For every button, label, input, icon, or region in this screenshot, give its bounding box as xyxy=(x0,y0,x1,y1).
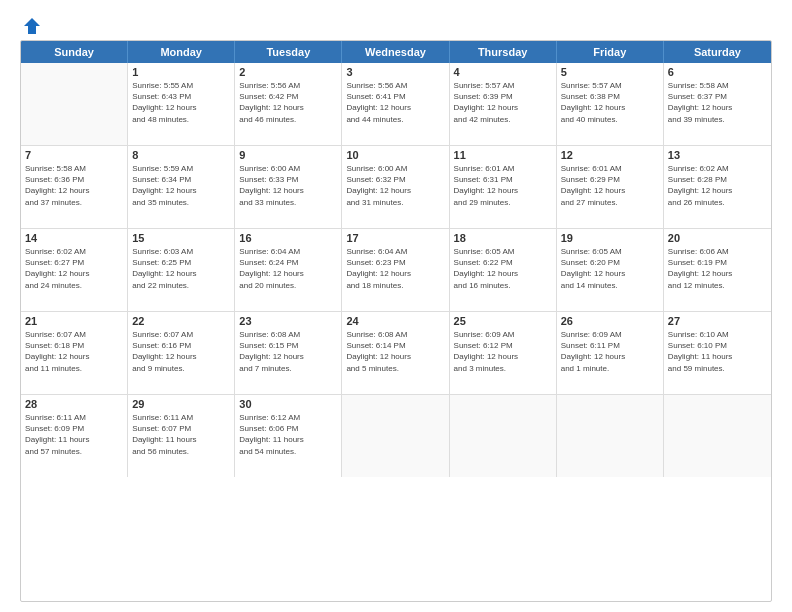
cell-info-line: and 48 minutes. xyxy=(132,114,230,125)
cell-info-line: and 20 minutes. xyxy=(239,280,337,291)
calendar-cell: 25Sunrise: 6:09 AMSunset: 6:12 PMDayligh… xyxy=(450,312,557,394)
calendar-cell: 17Sunrise: 6:04 AMSunset: 6:23 PMDayligh… xyxy=(342,229,449,311)
cell-info-line: Sunrise: 6:02 AM xyxy=(25,246,123,257)
cell-info-line: and 9 minutes. xyxy=(132,363,230,374)
cell-info-line: Sunset: 6:06 PM xyxy=(239,423,337,434)
cell-info-line: and 59 minutes. xyxy=(668,363,767,374)
calendar-cell: 26Sunrise: 6:09 AMSunset: 6:11 PMDayligh… xyxy=(557,312,664,394)
cell-info-line: Sunrise: 5:56 AM xyxy=(239,80,337,91)
cell-info-line: Daylight: 12 hours xyxy=(132,185,230,196)
cell-info-line: and 18 minutes. xyxy=(346,280,444,291)
cell-info-line: and 33 minutes. xyxy=(239,197,337,208)
page-header xyxy=(20,16,772,32)
calendar-cell xyxy=(557,395,664,477)
cell-info-line: Sunset: 6:38 PM xyxy=(561,91,659,102)
cell-info-line: Daylight: 12 hours xyxy=(239,102,337,113)
header-day-friday: Friday xyxy=(557,41,664,63)
day-number: 19 xyxy=(561,232,659,244)
cell-info-line: Sunset: 6:34 PM xyxy=(132,174,230,185)
cell-info-line: and 29 minutes. xyxy=(454,197,552,208)
cell-info-line: and 24 minutes. xyxy=(25,280,123,291)
cell-info-line: Daylight: 12 hours xyxy=(346,185,444,196)
calendar-cell: 28Sunrise: 6:11 AMSunset: 6:09 PMDayligh… xyxy=(21,395,128,477)
calendar-cell: 6Sunrise: 5:58 AMSunset: 6:37 PMDaylight… xyxy=(664,63,771,145)
cell-info-line: and 44 minutes. xyxy=(346,114,444,125)
calendar-cell: 11Sunrise: 6:01 AMSunset: 6:31 PMDayligh… xyxy=(450,146,557,228)
calendar-week-1: 1Sunrise: 5:55 AMSunset: 6:43 PMDaylight… xyxy=(21,63,771,146)
cell-info-line: Sunset: 6:11 PM xyxy=(561,340,659,351)
header-day-saturday: Saturday xyxy=(664,41,771,63)
cell-info-line: Sunset: 6:23 PM xyxy=(346,257,444,268)
cell-info-line: Sunrise: 6:11 AM xyxy=(25,412,123,423)
cell-info-line: and 12 minutes. xyxy=(668,280,767,291)
cell-info-line: Daylight: 12 hours xyxy=(561,102,659,113)
cell-info-line: Daylight: 12 hours xyxy=(561,351,659,362)
cell-info-line: Sunset: 6:20 PM xyxy=(561,257,659,268)
cell-info-line: Daylight: 12 hours xyxy=(346,268,444,279)
day-number: 26 xyxy=(561,315,659,327)
cell-info-line: and 1 minute. xyxy=(561,363,659,374)
cell-info-line: Sunrise: 5:58 AM xyxy=(25,163,123,174)
cell-info-line: Daylight: 12 hours xyxy=(561,185,659,196)
calendar-cell: 27Sunrise: 6:10 AMSunset: 6:10 PMDayligh… xyxy=(664,312,771,394)
calendar-cell: 3Sunrise: 5:56 AMSunset: 6:41 PMDaylight… xyxy=(342,63,449,145)
cell-info-line: and 56 minutes. xyxy=(132,446,230,457)
header-day-sunday: Sunday xyxy=(21,41,128,63)
cell-info-line: Sunset: 6:18 PM xyxy=(25,340,123,351)
header-day-thursday: Thursday xyxy=(450,41,557,63)
cell-info-line: Sunrise: 6:02 AM xyxy=(668,163,767,174)
day-number: 13 xyxy=(668,149,767,161)
day-number: 11 xyxy=(454,149,552,161)
cell-info-line: and 42 minutes. xyxy=(454,114,552,125)
cell-info-line: Daylight: 12 hours xyxy=(454,102,552,113)
calendar-cell: 4Sunrise: 5:57 AMSunset: 6:39 PMDaylight… xyxy=(450,63,557,145)
calendar-cell: 22Sunrise: 6:07 AMSunset: 6:16 PMDayligh… xyxy=(128,312,235,394)
calendar-cell xyxy=(450,395,557,477)
cell-info-line: Sunset: 6:16 PM xyxy=(132,340,230,351)
calendar-cell: 1Sunrise: 5:55 AMSunset: 6:43 PMDaylight… xyxy=(128,63,235,145)
cell-info-line: and 3 minutes. xyxy=(454,363,552,374)
cell-info-line: Sunrise: 6:07 AM xyxy=(25,329,123,340)
cell-info-line: Daylight: 12 hours xyxy=(668,268,767,279)
cell-info-line: Sunrise: 6:08 AM xyxy=(346,329,444,340)
cell-info-line: Daylight: 11 hours xyxy=(239,434,337,445)
cell-info-line: and 39 minutes. xyxy=(668,114,767,125)
cell-info-line: and 26 minutes. xyxy=(668,197,767,208)
cell-info-line: Sunset: 6:12 PM xyxy=(454,340,552,351)
cell-info-line: and 22 minutes. xyxy=(132,280,230,291)
calendar-cell: 8Sunrise: 5:59 AMSunset: 6:34 PMDaylight… xyxy=(128,146,235,228)
day-number: 2 xyxy=(239,66,337,78)
calendar-cell: 16Sunrise: 6:04 AMSunset: 6:24 PMDayligh… xyxy=(235,229,342,311)
cell-info-line: and 27 minutes. xyxy=(561,197,659,208)
cell-info-line: and 54 minutes. xyxy=(239,446,337,457)
cell-info-line: Sunset: 6:15 PM xyxy=(239,340,337,351)
cell-info-line: Sunrise: 5:56 AM xyxy=(346,80,444,91)
cell-info-line: Sunset: 6:37 PM xyxy=(668,91,767,102)
cell-info-line: Sunrise: 6:00 AM xyxy=(346,163,444,174)
day-number: 10 xyxy=(346,149,444,161)
cell-info-line: Daylight: 12 hours xyxy=(25,268,123,279)
calendar-cell: 5Sunrise: 5:57 AMSunset: 6:38 PMDaylight… xyxy=(557,63,664,145)
cell-info-line: Sunset: 6:43 PM xyxy=(132,91,230,102)
cell-info-line: Sunrise: 6:09 AM xyxy=(561,329,659,340)
cell-info-line: Sunset: 6:41 PM xyxy=(346,91,444,102)
cell-info-line: and 57 minutes. xyxy=(25,446,123,457)
logo-icon xyxy=(22,16,42,36)
cell-info-line: Daylight: 12 hours xyxy=(346,102,444,113)
header-day-monday: Monday xyxy=(128,41,235,63)
cell-info-line: Sunrise: 6:01 AM xyxy=(454,163,552,174)
cell-info-line: and 40 minutes. xyxy=(561,114,659,125)
calendar-cell: 29Sunrise: 6:11 AMSunset: 6:07 PMDayligh… xyxy=(128,395,235,477)
cell-info-line: and 11 minutes. xyxy=(25,363,123,374)
cell-info-line: Sunset: 6:10 PM xyxy=(668,340,767,351)
calendar-body: 1Sunrise: 5:55 AMSunset: 6:43 PMDaylight… xyxy=(21,63,771,477)
cell-info-line: Daylight: 12 hours xyxy=(454,185,552,196)
cell-info-line: Sunset: 6:28 PM xyxy=(668,174,767,185)
calendar-week-3: 14Sunrise: 6:02 AMSunset: 6:27 PMDayligh… xyxy=(21,229,771,312)
cell-info-line: Sunrise: 5:59 AM xyxy=(132,163,230,174)
calendar-cell: 7Sunrise: 5:58 AMSunset: 6:36 PMDaylight… xyxy=(21,146,128,228)
calendar-header: SundayMondayTuesdayWednesdayThursdayFrid… xyxy=(21,41,771,63)
cell-info-line: Daylight: 11 hours xyxy=(25,434,123,445)
cell-info-line: and 14 minutes. xyxy=(561,280,659,291)
calendar-cell: 14Sunrise: 6:02 AMSunset: 6:27 PMDayligh… xyxy=(21,229,128,311)
